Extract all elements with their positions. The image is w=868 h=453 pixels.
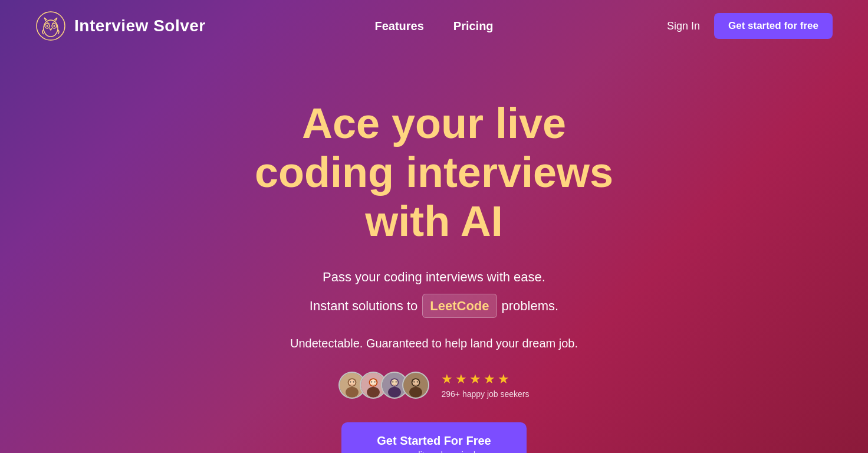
navbar: Interview Solver Features Pricing Sign I… [0, 0, 868, 52]
logo-link[interactable]: Interview Solver [35, 11, 206, 41]
star-2: ★ [455, 372, 467, 387]
svg-point-11 [353, 381, 354, 382]
svg-point-23 [396, 381, 397, 382]
svg-point-22 [393, 381, 394, 382]
hero-subtitle-line1: Pass your coding interviews with ease. [323, 267, 545, 287]
hero-title: Ace your live coding interviews with AI [228, 99, 640, 245]
avatar-group [338, 372, 429, 399]
logo-icon [35, 11, 66, 41]
svg-point-4 [47, 25, 48, 27]
star-1: ★ [441, 372, 453, 387]
star-rating: ★ ★ ★ ★ ★ [441, 372, 509, 387]
svg-point-21 [392, 379, 398, 386]
svg-point-5 [54, 25, 55, 27]
logo-text: Interview Solver [74, 17, 206, 35]
svg-point-15 [370, 379, 377, 386]
hero-section: Ace your live coding interviews with AI … [0, 52, 868, 453]
svg-point-16 [371, 381, 373, 382]
signin-link[interactable]: Sign In [667, 20, 700, 32]
hero-cta-button[interactable]: Get Started For Free no credit card requ… [341, 422, 526, 453]
nav-actions: Sign In Get started for free [667, 13, 833, 39]
review-count: 296+ happy job seekers [441, 389, 529, 399]
hero-guarantee: Undetectable. Guaranteed to help land yo… [290, 337, 578, 350]
leetcode-badge: LeetCode [422, 294, 497, 318]
nav-pricing[interactable]: Pricing [453, 19, 494, 33]
svg-point-20 [389, 387, 402, 398]
nav-features[interactable]: Features [374, 19, 423, 33]
rating-block: ★ ★ ★ ★ ★ 296+ happy job seekers [441, 372, 529, 399]
social-proof: ★ ★ ★ ★ ★ 296+ happy job seekers [338, 372, 529, 399]
svg-point-17 [374, 381, 376, 382]
nav-links: Features Pricing [374, 19, 493, 33]
svg-point-10 [350, 381, 351, 382]
star-5: ★ [498, 372, 509, 387]
nav-cta-button[interactable]: Get started for free [714, 13, 833, 39]
svg-point-9 [349, 379, 356, 386]
svg-point-0 [37, 12, 65, 40]
avatar-4 [402, 372, 429, 399]
star-4: ★ [484, 372, 495, 387]
star-3: ★ [469, 372, 481, 387]
svg-point-27 [413, 379, 419, 386]
svg-point-29 [417, 381, 418, 382]
svg-point-28 [414, 381, 415, 382]
cta-main-text: Get Started For Free [377, 434, 491, 448]
subtitle-pre: Instant solutions to [310, 296, 417, 316]
svg-point-14 [367, 387, 380, 398]
hero-subtitle-line2: Instant solutions to LeetCode problems. [310, 294, 558, 318]
cta-sub-text: no credit card required [393, 450, 475, 453]
svg-point-26 [410, 387, 423, 398]
subtitle-post: problems. [502, 296, 559, 316]
svg-point-8 [346, 387, 359, 398]
